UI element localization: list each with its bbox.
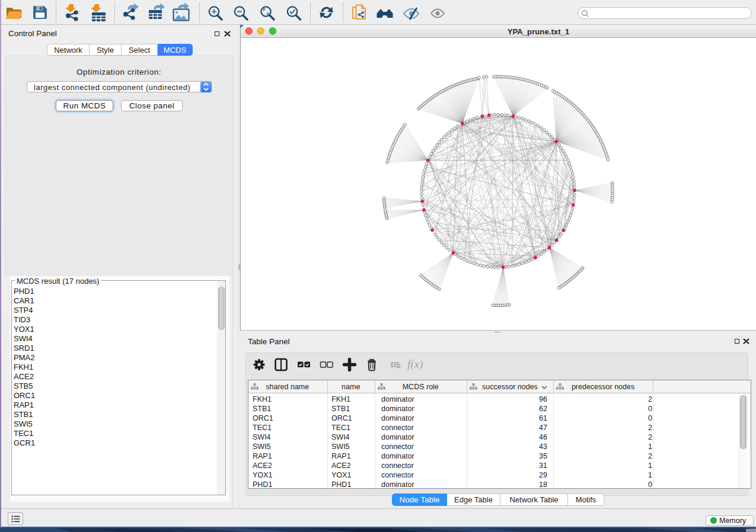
- svg-text:f(x): f(x): [407, 358, 423, 371]
